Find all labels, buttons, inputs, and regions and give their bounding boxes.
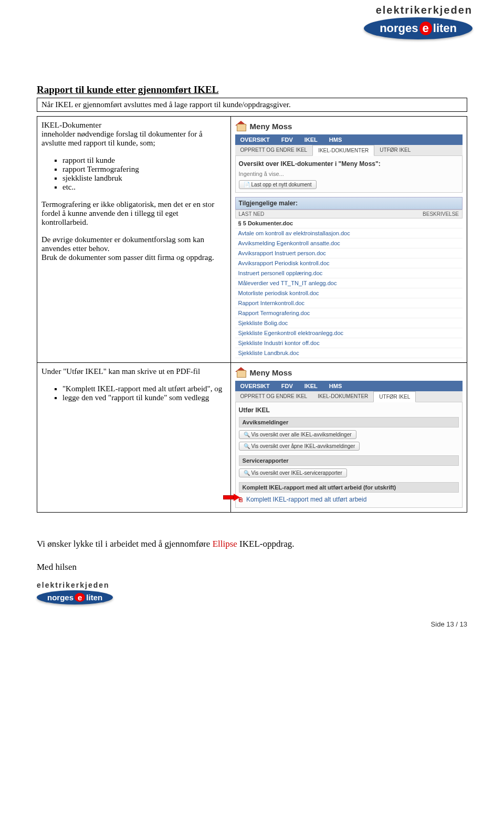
brand-logo: elektrikerkjeden norgeseliten	[364, 4, 472, 39]
subtab-dokumenter[interactable]: IKEL-DOKUMENTER	[312, 145, 374, 156]
table-row[interactable]: Rapport Termografering.doc	[235, 308, 463, 318]
table-row[interactable]: Instruert personell opplæring.doc	[235, 268, 463, 278]
sec1-p4: Bruk de dokumenter som passer ditt firma…	[41, 253, 214, 262]
tab-oversikt[interactable]: OVERSIKT	[235, 134, 275, 145]
col-lastned: LAST NED	[239, 211, 265, 217]
btn-vis-apne[interactable]: 🔍Vis oversikt over åpne IKEL-avviksmeldi…	[239, 442, 360, 451]
nav-tabs: OVERSIKT FDV IKEL HMS	[235, 381, 463, 391]
content-table: IKEL-Dokumenter inneholder nødvendige fo…	[37, 116, 467, 513]
sec1-p3: De øvrige dokumenter er dokumentforslag …	[41, 235, 204, 253]
panel-title: Utfør IKEL	[239, 406, 459, 414]
upload-button[interactable]: 📄Last opp et nytt dokument	[239, 180, 317, 189]
table-row[interactable]: Måleverdier ved TT_TN_IT anlegg.doc	[235, 278, 463, 288]
brand-top-text: elektrikerkjeden	[364, 4, 472, 16]
home-icon	[235, 121, 247, 131]
sec2-bullets: "Komplett IKEL-rapport med alt utført ar…	[41, 384, 226, 402]
meny-title: Meny Moss	[250, 122, 292, 131]
table-row[interactable]: Sjekkliste Egenkontroll elektroanlegg.do…	[235, 328, 463, 338]
sec1-p2: Termografering er ikke obligatorisk, men…	[41, 200, 226, 227]
table-row[interactable]: Avviksmelding Egenkontroll ansatte.doc	[235, 238, 463, 248]
col-beskrivelse: BESKRIVELSE	[423, 211, 459, 217]
screenshot-2: Meny Moss OVERSIKT FDV IKEL HMS OPPRETT …	[235, 367, 463, 508]
table-row[interactable]: Avviksrapport Instruert person.doc	[235, 248, 463, 258]
tab-ikel[interactable]: IKEL	[299, 134, 323, 145]
komplett-link[interactable]: Komplett IKEL-rapport med alt utført arb…	[246, 496, 366, 503]
page-footer: Side 13 / 13	[37, 620, 467, 628]
closing-text: Vi ønsker lykke til i arbeidet med å gje…	[37, 539, 467, 549]
group-komplett: Komplett IKEL-rapport med alt utført arb…	[239, 482, 459, 493]
intro-box: Når IKEL er gjennomført avsluttes med å …	[37, 98, 467, 112]
subtab-dokumenter[interactable]: IKEL-DOKUMENTER	[312, 391, 373, 402]
sec1-bullets: rapport til kunde rapport Terrmograferin…	[41, 156, 226, 192]
group-service: Servicerapporter	[239, 455, 459, 466]
table-row[interactable]: Avviksrapport Periodisk kontroll.doc	[235, 258, 463, 268]
magnify-icon: 🔍	[244, 432, 250, 437]
subtab-opprett[interactable]: OPPRETT OG ENDRE IKEL	[235, 145, 313, 155]
screenshot-1: Meny Moss OVERSIKT FDV IKEL HMS OPPRETT …	[235, 121, 463, 358]
right-col-1: Meny Moss OVERSIKT FDV IKEL HMS OPPRETT …	[230, 117, 467, 363]
bullet: rapport Terrmografering	[62, 165, 226, 174]
bullet: sjekkliste landbruk	[62, 174, 226, 183]
signoff: Med hilsen	[37, 562, 467, 572]
magnify-icon: 🔍	[244, 470, 250, 476]
panel-title: Oversikt over IKEL-dokumenter i "Meny Mo…	[239, 160, 459, 168]
table-row[interactable]: Motorliste periodisk kontroll.doc	[235, 288, 463, 298]
tab-ikel[interactable]: IKEL	[299, 381, 323, 391]
left-col-2: Under "Utfør IKEL" kan man skrive ut en …	[37, 363, 231, 513]
panel-utfor: Utfør IKEL Avviksmeldinger 🔍Vis oversikt…	[235, 402, 463, 508]
tab-hms[interactable]: HMS	[324, 134, 347, 145]
table-header: LAST NED BESKRIVELSE	[235, 210, 463, 218]
tab-oversikt[interactable]: OVERSIKT	[235, 381, 275, 391]
meny-title: Meny Moss	[250, 368, 292, 377]
table-row[interactable]: Avtale om kontroll av elektroinstallasjo…	[235, 228, 463, 238]
empty-text: Ingenting å vise...	[239, 171, 459, 177]
table-row[interactable]: Sjekkliste Landbruk.doc	[235, 348, 463, 358]
sub-tabs: OPPRETT OG ENDRE IKEL IKEL-DOKUMENTER UT…	[235, 145, 463, 156]
table-row[interactable]: § 5 Dokumenter.doc	[235, 218, 463, 228]
btn-vis-service[interactable]: 🔍Vis oversikt over IKEL-servicerapporter	[239, 468, 347, 477]
bullet: "Komplett IKEL-rapport med alt utført ar…	[62, 384, 226, 393]
brand-oval: norgeseliten	[364, 17, 472, 39]
magnify-icon: 🔍	[244, 443, 250, 449]
left-col-1: IKEL-Dokumenter inneholder nødvendige fo…	[37, 117, 231, 363]
sec1-p1: inneholder nødvendige forslag til dokume…	[41, 130, 203, 147]
group-avvik: Avviksmeldinger	[239, 417, 459, 428]
table-row[interactable]: Rapport Internkontroll.doc	[235, 298, 463, 308]
sec2-p1: Under "Utfør IKEL" kan man skrive ut en …	[41, 367, 226, 376]
home-icon	[235, 367, 247, 378]
bullet: rapport til kunde	[62, 156, 226, 165]
sub-tabs: OPPRETT OG ENDRE IKEL IKEL-DOKUMENTER UT…	[235, 391, 463, 402]
tab-fdv[interactable]: FDV	[276, 381, 298, 391]
bullet: etc..	[62, 183, 226, 192]
tab-fdv[interactable]: FDV	[276, 134, 298, 145]
btn-vis-alle[interactable]: 🔍Vis oversikt over alle IKEL-avviksmeldi…	[239, 430, 356, 439]
right-col-2: Meny Moss OVERSIKT FDV IKEL HMS OPPRETT …	[230, 363, 467, 513]
maler-header: Tilgjengelige maler:	[235, 197, 463, 210]
subtab-utfor[interactable]: UTFØR IKEL	[373, 391, 416, 402]
panel-docs: Oversikt over IKEL-dokumenter i "Meny Mo…	[235, 155, 463, 193]
bullet: legge den ved "rapport til kunde" som ve…	[62, 393, 226, 402]
table-row[interactable]: Sjekkliste Bolig.doc	[235, 318, 463, 328]
sec1-head: IKEL-Dokumenter	[41, 121, 101, 129]
page-title: Rapport til kunde etter gjennomført IKEL	[37, 84, 467, 96]
nav-tabs: OVERSIKT FDV IKEL HMS	[235, 134, 463, 145]
red-arrow-icon	[223, 494, 240, 501]
subtab-opprett[interactable]: OPPRETT OG ENDRE IKEL	[235, 391, 313, 402]
brand-logo-bottom: elektrikerkjeden norgeseliten	[37, 581, 467, 604]
subtab-utfor[interactable]: UTFØR IKEL	[374, 145, 416, 155]
tab-hms[interactable]: HMS	[324, 381, 347, 391]
upload-icon: 📄	[244, 182, 250, 187]
table-row[interactable]: Sjekkliste Industri kontor off.doc	[235, 338, 463, 348]
